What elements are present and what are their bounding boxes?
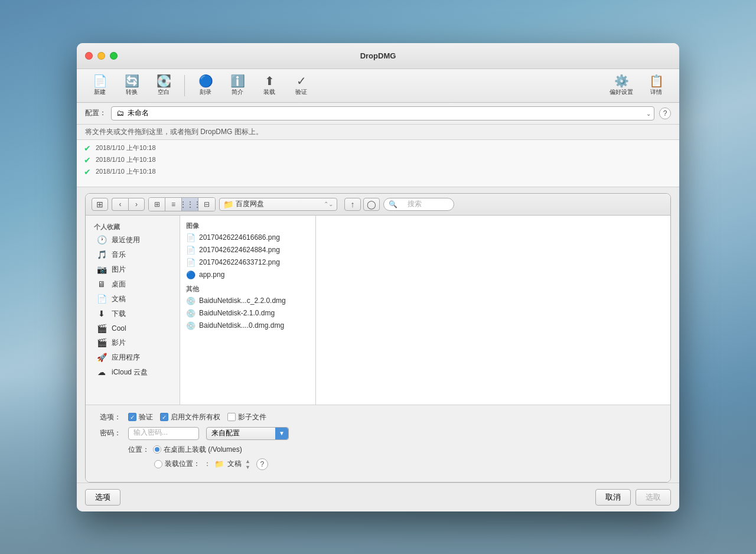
burn-label: 刻录: [200, 88, 211, 96]
file-columns: 图像 📄 20170426224616686.png 📄 20170426224…: [180, 216, 670, 405]
mount-desktop-radio[interactable]: 在桌面上装载 (/Volumes): [153, 445, 242, 455]
sidebar-item-label-downloads: 下载: [112, 309, 126, 319]
file-name-app: app.png: [199, 271, 309, 279]
desktop-icon: 🖥: [96, 279, 107, 289]
select-button-label: 选取: [646, 492, 661, 503]
file-icon-dmg1: 💿: [186, 296, 195, 305]
verify-checkbox[interactable]: ✓ 验证: [128, 412, 153, 422]
file-item-dmg1[interactable]: 💿 BaiduNetdisk...c_2.2.0.dmg: [180, 295, 315, 307]
log-check-icon-1: ✔: [84, 144, 91, 153]
close-button[interactable]: [85, 52, 93, 60]
file-item-dmg3[interactable]: 💿 BaiduNetdisk....0.dmg.dmg: [180, 320, 315, 332]
sidebar-item-documents[interactable]: 📄 文稿: [88, 292, 177, 307]
sidebar-item-music[interactable]: 🎵 音乐: [88, 247, 177, 262]
file-icon-1: 📄: [186, 233, 195, 242]
location-label: 位置：: [126, 445, 149, 455]
details-button[interactable]: 📋 详情: [641, 73, 671, 99]
file-item-app[interactable]: 🔵 app.png: [180, 269, 315, 281]
help-icon: ?: [663, 109, 667, 118]
mount-location-radio[interactable]: 装载位置：: [154, 459, 200, 469]
log-check-icon-3: ✔: [84, 167, 91, 177]
mount-location-value: 文稿: [227, 459, 242, 469]
maximize-button[interactable]: [110, 52, 118, 60]
minimize-button[interactable]: [97, 52, 105, 60]
shadow-check-icon: [227, 413, 236, 421]
icon-view-button[interactable]: ⊞: [149, 198, 165, 211]
location-stepper[interactable]: ▲ ▼: [245, 458, 250, 470]
file-item-3[interactable]: 📄 20170426224633712.png: [180, 256, 315, 269]
file-item-dmg2[interactable]: 💿 BaiduNetdisk-2.1.0.dmg: [180, 307, 315, 320]
from-config-dropdown[interactable]: 来自配置 ▼: [206, 427, 289, 440]
config-select[interactable]: 🗂 未命名 ⌄: [111, 106, 654, 120]
search-placeholder: 搜索: [408, 199, 422, 209]
file-icon-dmg3: 💿: [186, 321, 195, 330]
back-button[interactable]: ‹: [112, 198, 128, 211]
sidebar-item-apps[interactable]: 🚀 应用程序: [88, 350, 177, 365]
column-view-button[interactable]: ⋮⋮⋮: [182, 198, 198, 211]
select-button[interactable]: 选取: [636, 489, 671, 506]
log-area: ✔ 2018/1/10 上午10:18 ✔ 2018/1/10 上午10:18 …: [77, 140, 679, 187]
config-help-button[interactable]: ?: [659, 107, 671, 119]
prefs-icon: ⚙️: [614, 75, 629, 87]
config-value: 未命名: [128, 108, 149, 118]
tag-button[interactable]: ◯: [363, 198, 380, 211]
sidebar-item-photos[interactable]: 📷 图片: [88, 262, 177, 277]
cancel-button[interactable]: 取消: [595, 489, 631, 506]
sidebar-item-icloud[interactable]: ☁ iCloud 云盘: [88, 365, 177, 380]
nav-buttons: ‹ ›: [112, 198, 145, 211]
file-dialog: ⊞ ‹ › ⊞ ≡ ⋮⋮⋮ ⊟ 📁 百度网盘 ⌃⌄: [85, 193, 671, 483]
burn-button[interactable]: 🔵 刻录: [191, 73, 220, 99]
file-item-2[interactable]: 📄 20170426224624884.png: [180, 244, 315, 256]
search-bar[interactable]: 🔍 搜索: [383, 198, 454, 211]
config-label: 配置：: [85, 108, 106, 118]
bottom-left-actions: 选项: [85, 489, 120, 506]
file-name-dmg1: BaiduNetdisk...c_2.2.0.dmg: [199, 296, 309, 305]
config-select-wrapper: 🗂 未命名 ⌄: [111, 106, 654, 120]
window-title: DropDMG: [360, 51, 396, 60]
forward-button[interactable]: ›: [128, 198, 145, 211]
sidebar-toggle-button[interactable]: ⊞: [92, 198, 108, 211]
blank-button[interactable]: 💽 空白: [149, 73, 178, 99]
new-button[interactable]: 📄 新建: [85, 73, 115, 99]
toolbar-right-group: ⚙️ 偏好设置 📋 详情: [604, 73, 671, 99]
details-icon: 📋: [649, 75, 664, 87]
coverflow-view-button[interactable]: ⊟: [198, 198, 215, 211]
password-label: 密码：: [97, 428, 121, 438]
sidebar-item-cool[interactable]: 🎬 Cool: [88, 321, 177, 335]
details-label: 详情: [650, 88, 662, 96]
config-bar: 配置： 🗂 未命名 ⌄ ?: [77, 103, 679, 125]
options-area: 选项： ✓ 验证 ✓ 启用文件所有权 影子文件: [86, 405, 670, 482]
titlebar: DropDMG: [77, 43, 679, 69]
info-button[interactable]: ℹ️ 简介: [223, 73, 252, 99]
options-row-2: 密码： 输入密码... 来自配置 ▼: [97, 427, 659, 440]
shadow-checkbox[interactable]: 影子文件: [227, 412, 266, 422]
cancel-button-label: 取消: [605, 492, 621, 503]
password-input[interactable]: 输入密码...: [128, 427, 199, 440]
sidebar-item-movies[interactable]: 🎬 影片: [88, 335, 177, 350]
verify-button[interactable]: ✓ 验证: [286, 73, 316, 99]
convert-icon: 🔄: [125, 75, 139, 87]
mount-icon: ⬆: [265, 75, 275, 87]
images-section-label: 图像: [180, 218, 315, 232]
convert-label: 转换: [126, 88, 138, 96]
location-help-button[interactable]: ?: [256, 458, 268, 470]
options-button[interactable]: 选项: [85, 489, 120, 506]
file-item-1[interactable]: 📄 20170426224616686.png: [180, 232, 315, 244]
prefs-button[interactable]: ⚙️ 偏好设置: [604, 73, 639, 99]
dropdown-arrow-icon[interactable]: ▼: [275, 428, 288, 439]
folder-icon: 📁: [223, 200, 233, 209]
owner-checkbox[interactable]: ✓ 启用文件所有权: [160, 412, 220, 422]
bottom-bar: 选项 取消 选取: [77, 483, 679, 511]
sidebar-item-downloads[interactable]: ⬇ 下载: [88, 307, 177, 321]
mount-label: 装载: [263, 88, 275, 96]
location-selector[interactable]: 📁 百度网盘 ⌃⌄: [219, 198, 337, 211]
new-label: 新建: [94, 88, 106, 96]
mount-button[interactable]: ⬆ 装载: [255, 73, 284, 99]
log-entry-3: ✔ 2018/1/10 上午10:18: [82, 166, 674, 178]
sidebar-item-recent[interactable]: 🕐 最近使用: [88, 233, 177, 247]
log-entry-2: ✔ 2018/1/10 上午10:18: [82, 154, 674, 166]
convert-button[interactable]: 🔄 转换: [117, 73, 146, 99]
sidebar-item-desktop[interactable]: 🖥 桌面: [88, 277, 177, 292]
options-row-3: 位置： 在桌面上装载 (/Volumes) 装载位置： ： 📁: [97, 445, 659, 470]
share-button[interactable]: ↑: [344, 198, 361, 211]
